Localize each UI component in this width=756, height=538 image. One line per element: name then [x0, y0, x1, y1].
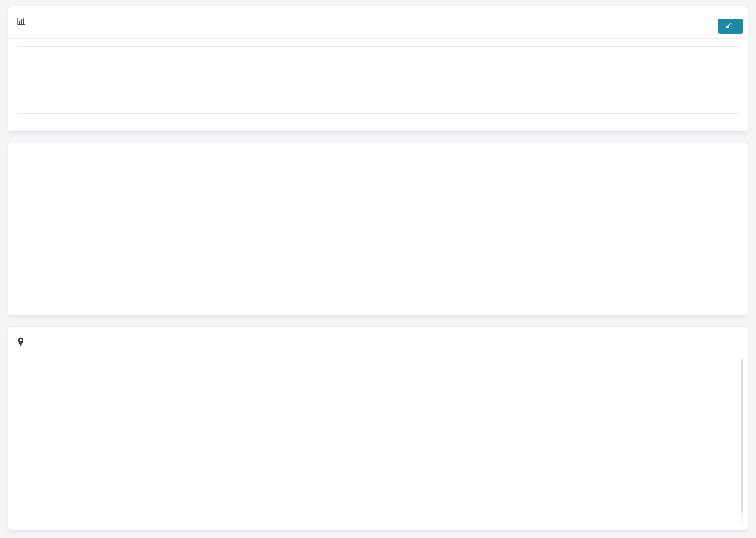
- tracking-stats-title: [17, 17, 31, 28]
- dashboard-page: [0, 0, 756, 538]
- table-scrollbar[interactable]: [740, 359, 743, 525]
- stats-summary-row: [16, 46, 740, 114]
- table-bottom-fade: [8, 514, 748, 529]
- geo-body: [8, 356, 748, 529]
- tracking-stats-card: [8, 6, 748, 132]
- tracking-stats-header: [8, 6, 748, 39]
- table-scrollbar-thumb[interactable]: [740, 359, 743, 512]
- campaign-geo-opens-card: [8, 326, 748, 530]
- geo-card-header: [8, 327, 748, 359]
- rates-card: [8, 143, 748, 316]
- geo-opens-pie-chart: [46, 361, 192, 507]
- map-pin-icon: [17, 337, 25, 349]
- bar-chart-icon: [17, 17, 26, 28]
- geo-card-title: [17, 337, 30, 349]
- export-icon: [725, 22, 732, 30]
- export-basic-stats-button[interactable]: [718, 19, 743, 33]
